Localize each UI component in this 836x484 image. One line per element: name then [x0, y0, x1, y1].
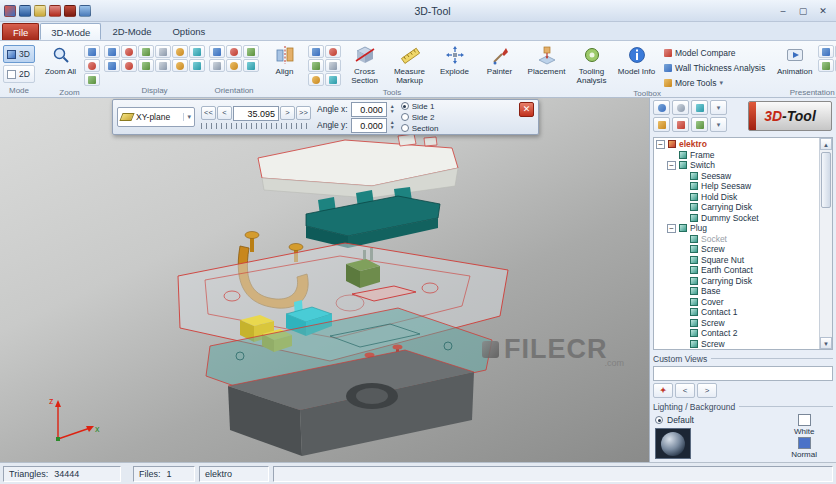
- tree-item-contact-1[interactable]: Contact 1: [654, 307, 819, 318]
- align-button[interactable]: Align: [263, 42, 306, 88]
- measure-markup-button[interactable]: Measure Markup: [388, 42, 431, 88]
- filter-tree-icon[interactable]: [653, 117, 670, 132]
- display-tool-icon[interactable]: [104, 59, 120, 72]
- explode-button[interactable]: Explode: [433, 42, 476, 88]
- settings-icon[interactable]: [79, 5, 91, 17]
- color-parts-icon[interactable]: [672, 117, 689, 132]
- tree-item-help-seesaw[interactable]: Help Seesaw: [654, 181, 819, 192]
- default-lighting-radio[interactable]: Default: [655, 414, 694, 426]
- tree-item-seesaw[interactable]: Seesaw: [654, 171, 819, 182]
- angle-y-spinner[interactable]: ▲▼: [390, 120, 395, 130]
- display-tool-icon[interactable]: [104, 45, 120, 58]
- prev-view-button[interactable]: <: [675, 383, 695, 398]
- tree-item-base[interactable]: Base: [654, 286, 819, 297]
- background-normal-swatch[interactable]: [798, 437, 811, 449]
- tree-item-frame[interactable]: Frame: [654, 150, 819, 161]
- presentation-tool-icon[interactable]: [818, 45, 834, 58]
- display-tool-icon[interactable]: [189, 45, 205, 58]
- tree-item-carrying-disk[interactable]: Carrying Disk: [654, 202, 819, 213]
- tab-3d-mode[interactable]: 3D-Mode: [40, 23, 101, 40]
- lighting-preview[interactable]: [655, 428, 691, 459]
- angle-x-spinner[interactable]: ▲▼: [390, 104, 395, 114]
- rotate-tool-icon[interactable]: [325, 45, 341, 58]
- tree-item-plug[interactable]: −Plug: [654, 223, 819, 234]
- orientation-tool-icon[interactable]: [226, 45, 242, 58]
- scrollbar-thumb[interactable]: [821, 152, 831, 208]
- angle-x-input[interactable]: 0.000: [351, 102, 387, 117]
- close-section-button[interactable]: ✕: [519, 102, 534, 117]
- section-position-input[interactable]: 35.095: [233, 106, 279, 121]
- model-info-button[interactable]: Model Info: [615, 42, 658, 88]
- tree-item-screw[interactable]: Screw: [654, 318, 819, 329]
- tree-scrollbar[interactable]: ▲ ▼: [819, 138, 832, 349]
- section-step-forward-button[interactable]: >: [280, 106, 295, 120]
- zoom-tool-icon[interactable]: [84, 73, 100, 86]
- close-button[interactable]: ✕: [814, 3, 832, 18]
- section-plane-select[interactable]: XY-plane ▾: [117, 107, 195, 127]
- save-icon[interactable]: [19, 5, 31, 17]
- tree-menu-icon[interactable]: ▾: [710, 117, 727, 132]
- display-tool-icon[interactable]: [172, 59, 188, 72]
- tree-expander-icon[interactable]: −: [667, 224, 676, 233]
- tab-file[interactable]: File: [2, 23, 39, 40]
- rotate-tool-icon[interactable]: [308, 73, 324, 86]
- tab-2d-mode[interactable]: 2D-Mode: [102, 23, 161, 40]
- tree-item-carrying-disk[interactable]: Carrying Disk: [654, 276, 819, 287]
- background-white-swatch[interactable]: [798, 414, 811, 426]
- add-view-button[interactable]: ✦: [653, 383, 673, 398]
- 3d-viewport[interactable]: z x FILECR .com: [0, 98, 649, 462]
- visibility-menu-icon[interactable]: ▾: [710, 100, 727, 115]
- zoom-all-button[interactable]: Zoom All: [39, 42, 82, 88]
- section-step-fast-forward-button[interactable]: >>: [296, 106, 311, 120]
- display-tool-icon[interactable]: [172, 45, 188, 58]
- rotate-tool-icon[interactable]: [308, 45, 324, 58]
- orientation-tool-icon[interactable]: [209, 59, 225, 72]
- wall-thickness-analysis-button[interactable]: Wall Thickness Analysis: [660, 61, 769, 74]
- section-step-back-button[interactable]: <: [217, 106, 232, 120]
- mode-2d-button[interactable]: 2D: [3, 65, 35, 83]
- tree-item-switch[interactable]: −Switch: [654, 160, 819, 171]
- maximize-button[interactable]: ▢: [794, 3, 812, 18]
- orientation-tool-icon[interactable]: [243, 59, 259, 72]
- expand-tree-icon[interactable]: [691, 117, 708, 132]
- display-tool-icon[interactable]: [155, 59, 171, 72]
- tree-item-square-nut[interactable]: Square Nut: [654, 255, 819, 266]
- cross-section-button[interactable]: Cross Section: [343, 42, 386, 88]
- angle-y-input[interactable]: 0.000: [351, 118, 387, 133]
- presentation-tool-icon[interactable]: [818, 59, 834, 72]
- tree-item-elektro[interactable]: −elektro: [654, 139, 819, 150]
- tree-item-earth-contact[interactable]: Earth Contact: [654, 265, 819, 276]
- display-tool-icon[interactable]: [155, 45, 171, 58]
- tree-item-dummy-socket[interactable]: Dummy Socket: [654, 213, 819, 224]
- section-step-fast-back-button[interactable]: <<: [201, 106, 216, 120]
- hide-parts-icon[interactable]: [672, 100, 689, 115]
- display-tool-icon[interactable]: [121, 59, 137, 72]
- display-tool-icon[interactable]: [138, 59, 154, 72]
- tree-expander-icon[interactable]: −: [656, 140, 665, 149]
- tooling-analysis-button[interactable]: Tooling Analysis: [570, 42, 613, 88]
- orientation-tool-icon[interactable]: [226, 59, 242, 72]
- next-view-button[interactable]: >: [697, 383, 717, 398]
- tree-item-screw[interactable]: Screw: [654, 244, 819, 255]
- orientation-tool-icon[interactable]: [243, 45, 259, 58]
- section-position-slider[interactable]: [201, 123, 311, 129]
- tree-item-screw[interactable]: Screw: [654, 339, 819, 350]
- model-compare-button[interactable]: Model Compare: [660, 46, 769, 59]
- side-1-radio[interactable]: Side 1: [401, 101, 439, 111]
- tree-item-contact-2[interactable]: Contact 2: [654, 328, 819, 339]
- side-2-radio[interactable]: Side 2: [401, 112, 439, 122]
- tree-item-cover[interactable]: Cover: [654, 297, 819, 308]
- zoom-tool-icon[interactable]: [84, 59, 100, 72]
- zoom-tool-icon[interactable]: [84, 45, 100, 58]
- rotate-tool-icon[interactable]: [325, 73, 341, 86]
- print-icon[interactable]: [49, 5, 61, 17]
- rotate-tool-icon[interactable]: [325, 59, 341, 72]
- show-parts-icon[interactable]: [653, 100, 670, 115]
- animation-button[interactable]: Animation: [773, 42, 816, 88]
- display-tool-icon[interactable]: [189, 59, 205, 72]
- tree-expander-icon[interactable]: −: [667, 161, 676, 170]
- custom-views-list[interactable]: [653, 366, 833, 381]
- more-tools-button[interactable]: More Tools ▾: [660, 76, 769, 89]
- tree-item-hold-disk[interactable]: Hold Disk: [654, 192, 819, 203]
- display-tool-icon[interactable]: [121, 45, 137, 58]
